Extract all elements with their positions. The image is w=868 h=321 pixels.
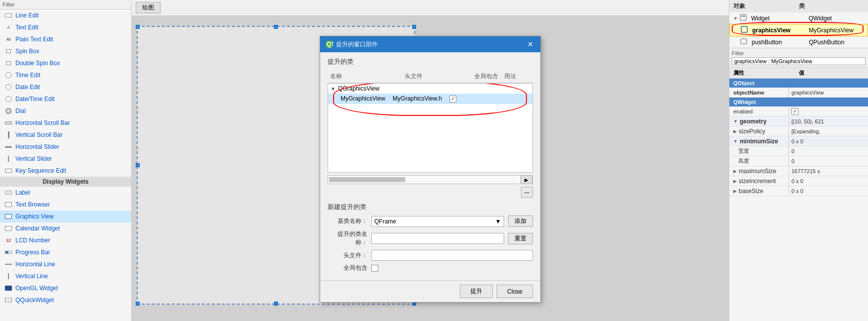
sidebar-scroll[interactable]: Line Edit A Text Edit AI Plain Text Edit… [0, 9, 131, 321]
basesize-row[interactable]: ▶ baseSize 0 x 0 [729, 186, 868, 196]
tree-child-checkbox[interactable] [449, 95, 456, 103]
width-value[interactable]: 0 [789, 146, 868, 156]
objectname-value[interactable]: graphicsView [789, 88, 868, 97]
sidebar-item-label: Date Edit [15, 84, 40, 91]
promoted-classes-tree[interactable]: ▼ QGraphicsView MyGraphicsView MyGraphic… [328, 83, 533, 173]
canvas-content: QT 提升的窗口部件 ✕ 提升的类 名称 头文件 全局包含 用法 [132, 16, 729, 321]
sidebar-item-time-edit[interactable]: Time Edit [0, 69, 131, 81]
doublespinbox-icon [4, 59, 13, 68]
sidebar-item-opengl-widget[interactable]: OpenGL Widget [0, 282, 131, 294]
pushbutton-tree-icon [740, 38, 747, 46]
global-include-checkbox[interactable] [449, 96, 456, 103]
hline-icon [4, 260, 13, 269]
sidebar-item-double-spin-box[interactable]: Double Spin Box [0, 57, 131, 69]
sidebar-item-lcd-number[interactable]: 12 LCD Number [0, 234, 131, 246]
sidebar-item-progress-bar[interactable]: Progress Bar [0, 246, 131, 258]
expand-icon[interactable]: ▶ [733, 179, 737, 184]
right-filter-input[interactable] [732, 57, 866, 65]
dateedit-icon [4, 83, 13, 92]
sidebar-item-label: QQuickWidget [15, 297, 54, 304]
sidebar-item-date-edit[interactable]: Date Edit [0, 81, 131, 93]
lineedit-icon [4, 11, 13, 20]
scrollbar-area: ▶ [328, 175, 533, 184]
object-tree-header: 对象 类 [729, 0, 868, 12]
height-row[interactable]: 高度 0 [729, 156, 868, 166]
svg-rect-4 [741, 26, 747, 32]
minus-button[interactable]: — [521, 187, 533, 198]
pushbutton-label: pushButton [752, 39, 807, 46]
maximumsize-row[interactable]: ▶ maximumSize 16777215 x [729, 166, 868, 176]
sidebar-item-plain-text-edit[interactable]: AI Plain Text Edit [0, 33, 131, 45]
dialog-close-button[interactable]: ✕ [525, 39, 535, 49]
sidebar-item-line-edit[interactable]: Line Edit [0, 9, 131, 21]
global-include-check[interactable] [371, 265, 378, 272]
sidebar-item-calendar-widget[interactable]: Calendar Widget [0, 222, 131, 234]
tree-parent-row[interactable]: ▼ QGraphicsView [328, 84, 532, 94]
sidebar-item-qquick-widget[interactable]: QQuickWidget [0, 294, 131, 306]
promoted-name-label: 提升的类名称： [328, 230, 367, 247]
sidebar-item-label: Vertical Line [15, 273, 48, 280]
expand-icon[interactable]: ▶ [733, 169, 737, 174]
scroll-right-btn[interactable]: ▶ [521, 175, 532, 184]
geometry-row[interactable]: ▼ geometry [(10, 50), 621 [729, 116, 868, 126]
promoted-name-input[interactable] [371, 233, 504, 244]
sidebar-item-hslider[interactable]: Horizontal Slider [0, 141, 131, 153]
enabled-row[interactable]: enabled [729, 107, 868, 116]
sidebar-item-hscrollbar[interactable]: Horizontal Scroll Bar [0, 117, 131, 129]
sidebar-item-vslider[interactable]: Vertical Slider [0, 153, 131, 165]
height-value[interactable]: 0 [789, 156, 868, 166]
sidebar-item-text-edit[interactable]: A Text Edit [0, 21, 131, 33]
promote-button[interactable]: 提升 [460, 285, 493, 298]
object-col-header: 对象 [733, 2, 799, 10]
hslider-icon [4, 142, 13, 151]
tree-child-row[interactable]: MyGraphicsView MyGraphicsView.h [328, 94, 532, 104]
display-widgets-section: Display Widgets [0, 177, 131, 187]
reset-button[interactable]: 重置 [508, 233, 533, 244]
sidebar-item-label[interactable]: Label [0, 187, 131, 199]
sidebar-item-datetime-edit[interactable]: Date/Time Edit [0, 93, 131, 105]
sidebar-item-vscrollbar[interactable]: Vertical Scroll Bar [0, 129, 131, 141]
dialog-title: QT 提升的窗口部件 [325, 40, 378, 49]
keyseq-icon [4, 166, 13, 175]
minimumsize-row[interactable]: ▼ minimumSize 0 x 0 [729, 136, 868, 146]
close-button[interactable]: Close [497, 285, 533, 298]
expand-icon[interactable]: ▶ [733, 189, 737, 194]
tree-graphicsview-item[interactable]: graphicsView MyGraphicsView [729, 24, 868, 36]
sidebar-item-label: Label [15, 189, 30, 196]
tree-widget-item[interactable]: ▼ Widget QWidget [729, 12, 868, 24]
add-button[interactable]: 添加 [508, 215, 533, 227]
sidebar-item-horizontal-line[interactable]: Horizontal Line [0, 258, 131, 270]
timeedit-icon [4, 71, 13, 80]
base-class-value: QFrame [374, 218, 396, 225]
sidebar-item-graphics-view[interactable]: Graphics View [0, 211, 131, 222]
draw-button[interactable]: 绘图 [136, 2, 161, 13]
sizeincrement-row[interactable]: ▶ sizeIncrement 0 x 0 [729, 176, 868, 186]
enabled-value[interactable] [789, 107, 868, 116]
props-header: 属性 值 [729, 68, 868, 79]
width-row[interactable]: 宽度 0 [729, 146, 868, 156]
expand-icon[interactable]: ▼ [733, 139, 738, 144]
sidebar-item-label: Graphics View [15, 213, 54, 220]
hscrollbar-icon [4, 118, 13, 127]
chevron-down-icon: ▼ [331, 86, 336, 92]
opengl-icon [4, 284, 13, 293]
sizepolicy-row[interactable]: ▶ sizePolicy [Expanding, [729, 126, 868, 136]
sidebar-item-vertical-line[interactable]: Vertical Line [0, 270, 131, 282]
sidebar-item-dial[interactable]: Dial [0, 105, 131, 117]
props-name-header: 属性 [733, 69, 799, 77]
tree-pushbutton-item[interactable]: pushButton QPushButton [729, 36, 868, 48]
sidebar-item-spin-box[interactable]: Spin Box [0, 45, 131, 57]
base-class-label: 基类名称： [328, 217, 367, 225]
enabled-checkbox[interactable] [791, 108, 798, 115]
right-filter-section: Filter [729, 48, 868, 68]
sidebar-item-keyseq[interactable]: Key Sequence Edit [0, 165, 131, 177]
minimumsize-value: 0 x 0 [789, 136, 868, 146]
sidebar-item-text-browser[interactable]: Text Browser [0, 199, 131, 211]
sidebar-item-label: Dial [15, 107, 26, 114]
svg-rect-2 [740, 14, 746, 20]
base-class-select[interactable]: QFrame ▼ [371, 216, 504, 227]
expand-icon[interactable]: ▼ [733, 119, 738, 124]
header-file-input[interactable] [371, 250, 533, 261]
objectname-row[interactable]: objectName graphicsView [729, 88, 868, 98]
expand-icon[interactable]: ▶ [733, 129, 737, 134]
